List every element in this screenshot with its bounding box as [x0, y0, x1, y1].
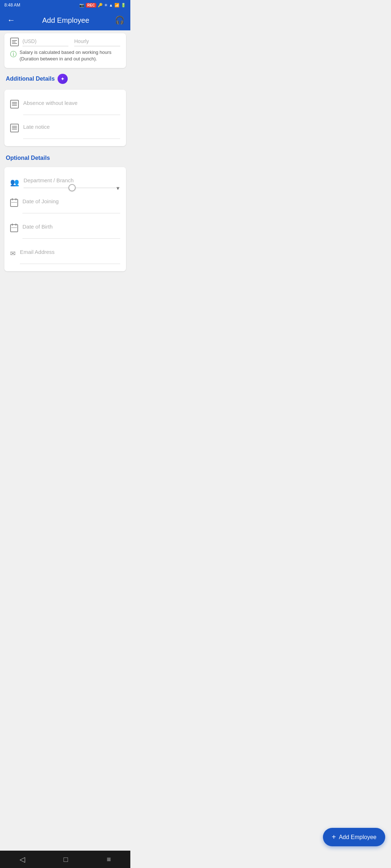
- status-time: 8:48 AM: [4, 3, 20, 8]
- slider-thumb[interactable]: [68, 184, 76, 191]
- optional-details-header: Optional Details: [0, 149, 130, 164]
- birth-calendar-icon: [10, 224, 18, 232]
- late-notice-label: Late notice: [23, 124, 120, 131]
- optional-details-card: 👥 Department / Branch ▼ Date of Joining: [4, 167, 126, 271]
- joining-date-field-row: Date of Joining: [10, 194, 120, 215]
- rec-badge: REC: [86, 3, 96, 8]
- email-label: Email Address: [20, 249, 120, 256]
- bluetooth-icon: ✳: [104, 3, 108, 8]
- email-field-row: ✉ Email Address: [10, 244, 120, 265]
- birth-date-underline: [22, 238, 120, 239]
- birth-date-label: Date of Birth: [22, 224, 120, 231]
- optional-details-title: Optional Details: [6, 155, 50, 161]
- absence-field[interactable]: Absence without leave: [23, 100, 120, 115]
- late-notice-field-row: Late notice: [10, 119, 120, 140]
- status-bar: 8:48 AM 📷 REC 🔑 ✳ ▲ 📶 🔋: [0, 0, 130, 10]
- salary-icon: [10, 38, 19, 46]
- salary-info-text: Salary is calculated based on working ho…: [20, 49, 120, 62]
- additional-details-card: Absence without leave Late notice: [4, 90, 126, 146]
- department-label: Department / Branch: [24, 177, 120, 185]
- salary-type-placeholder: Hourly: [74, 38, 89, 44]
- slider-track: [24, 188, 120, 188]
- additional-details-header: Additional Details ✦: [0, 68, 130, 87]
- absence-field-row: Absence without leave: [10, 95, 120, 116]
- salary-card: (USD) Hourly ⓘ Salary is calculated base…: [4, 33, 126, 68]
- salary-type-field: Hourly: [74, 38, 120, 46]
- page-title: Add Employee: [17, 16, 115, 25]
- status-icons: 📷 REC 🔑 ✳ ▲ 📶 🔋: [79, 3, 126, 8]
- nav-bar: ← Add Employee 🎧: [0, 10, 130, 30]
- headset-icon[interactable]: 🎧: [115, 16, 125, 25]
- email-field[interactable]: Email Address: [20, 249, 120, 264]
- content-area: (USD) Hourly ⓘ Salary is calculated base…: [0, 33, 130, 303]
- late-notice-field[interactable]: Late notice: [23, 124, 120, 139]
- battery-icon: 🔋: [121, 3, 126, 8]
- sparkle-icon: ✦: [58, 74, 68, 84]
- department-icon: 👥: [10, 178, 19, 187]
- salary-fields: (USD) Hourly: [22, 38, 120, 46]
- signal-icon: 📶: [114, 3, 119, 8]
- salary-amount-field: (USD): [22, 38, 68, 46]
- mail-icon: ✉: [10, 250, 16, 258]
- wifi-icon: ▲: [109, 3, 113, 7]
- joining-date-label: Date of Joining: [22, 198, 120, 206]
- absence-label: Absence without leave: [23, 100, 120, 107]
- joining-date-underline: [22, 213, 120, 213]
- salary-amount-placeholder: (USD): [22, 38, 37, 44]
- department-field[interactable]: Department / Branch ▼: [24, 177, 120, 188]
- additional-details-title: Additional Details: [6, 76, 55, 82]
- department-slider[interactable]: ▼: [24, 188, 120, 188]
- absence-icon: [10, 100, 19, 109]
- late-notice-icon: [10, 124, 19, 132]
- joining-date-field[interactable]: Date of Joining: [22, 198, 120, 213]
- department-field-row: 👥 Department / Branch ▼: [10, 173, 120, 190]
- joining-calendar-icon: [10, 199, 18, 207]
- email-underline: [20, 264, 120, 264]
- salary-info: ⓘ Salary is calculated based on working …: [10, 49, 120, 62]
- late-notice-underline: [23, 139, 120, 139]
- info-circle-icon: ⓘ: [10, 50, 17, 59]
- birth-date-field-row: Date of Birth: [10, 219, 120, 240]
- birth-date-field[interactable]: Date of Birth: [22, 224, 120, 239]
- camera-icon: 📷: [79, 3, 84, 8]
- back-button[interactable]: ←: [6, 14, 17, 26]
- key-icon: 🔑: [98, 3, 103, 8]
- absence-underline: [23, 115, 120, 115]
